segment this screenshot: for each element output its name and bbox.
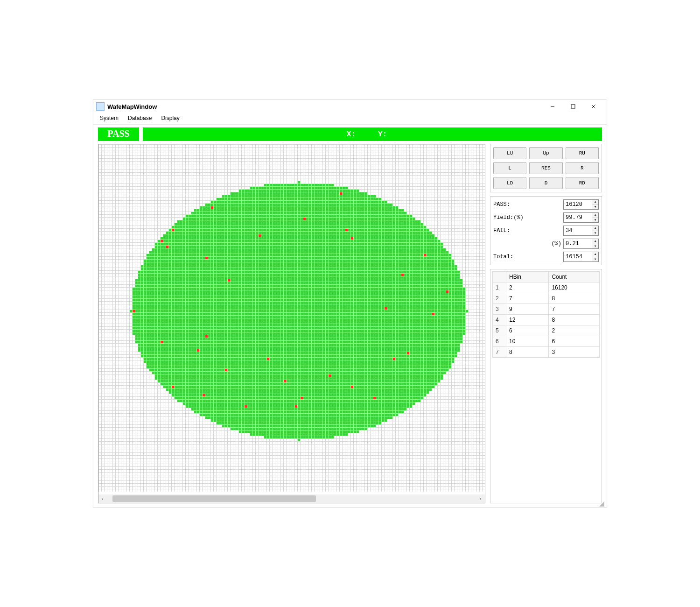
bin-row-idx: 6	[493, 336, 506, 347]
horizontal-scrollbar[interactable]: ‹ ›	[98, 494, 485, 503]
bin-row-hbin: 2	[506, 282, 549, 293]
nav-grid: LU Up RU L RES R LD D RD	[490, 144, 602, 192]
bin-row-count: 8	[549, 315, 600, 325]
total-spin-up-icon[interactable]: ▲	[592, 252, 598, 257]
fail-spinner[interactable]: ▲▼	[563, 226, 599, 236]
bin-row-count: 7	[549, 304, 600, 315]
failpct-spin-up-icon[interactable]: ▲	[592, 239, 598, 244]
bin-row-count: 2	[549, 325, 600, 336]
window-title: WafeMapWindow	[107, 103, 157, 110]
table-row[interactable]: 562	[493, 325, 600, 336]
bin-col-hbin[interactable]: HBin	[506, 272, 549, 282]
bin-row-idx: 2	[493, 293, 506, 304]
nav-d-button[interactable]: D	[529, 177, 562, 189]
scroll-thumb[interactable]	[112, 495, 316, 502]
nav-ru-button[interactable]: RU	[566, 147, 599, 159]
table-row[interactable]: 6106	[493, 336, 600, 347]
resize-grip-icon[interactable]: ◢	[599, 500, 606, 506]
failpct-value-input[interactable]	[564, 240, 592, 247]
maximize-button[interactable]	[563, 101, 583, 112]
bin-row-idx: 5	[493, 325, 506, 336]
close-button[interactable]	[583, 101, 604, 112]
table-row[interactable]: 397	[493, 304, 600, 315]
scroll-right-arrow-icon[interactable]: ›	[476, 494, 485, 503]
total-spinner[interactable]: ▲▼	[563, 252, 599, 262]
bin-row-count: 16120	[549, 282, 600, 293]
total-label: Total:	[493, 254, 561, 260]
titlebar: WafeMapWindow	[93, 100, 607, 113]
pass-spin-up-icon[interactable]: ▲	[592, 200, 598, 205]
wafer-map-panel: ‹ ›	[98, 144, 485, 503]
bin-row-count: 6	[549, 336, 600, 347]
fail-label: FAIL:	[493, 227, 561, 234]
bin-row-hbin: 9	[506, 304, 549, 315]
pass-value-input[interactable]	[564, 201, 592, 208]
bin-row-hbin: 8	[506, 347, 549, 358]
yield-spin-down-icon[interactable]: ▼	[592, 218, 598, 223]
side-panel: LU Up RU L RES R LD D RD PASS:	[490, 144, 602, 503]
failpct-label: (%)	[493, 240, 561, 247]
bin-row-idx: 4	[493, 315, 506, 325]
stats-grid: PASS: ▲▼ Yield:(%) ▲▼ FAIL:	[490, 196, 602, 265]
nav-r-button[interactable]: R	[566, 162, 599, 174]
svg-rect-1	[571, 105, 575, 108]
bin-row-idx: 3	[493, 304, 506, 315]
wafer-map-viewport[interactable]	[98, 144, 485, 494]
failpct-spinner[interactable]: ▲▼	[563, 239, 599, 249]
table-row[interactable]: 1216120	[493, 282, 600, 293]
wafer-map-canvas[interactable]	[98, 144, 485, 492]
pass-label: PASS:	[493, 201, 561, 208]
fail-spin-up-icon[interactable]: ▲	[592, 226, 598, 231]
scroll-track[interactable]	[107, 494, 476, 503]
app-icon	[96, 102, 105, 111]
failpct-spin-down-icon[interactable]: ▼	[592, 244, 598, 249]
status-badge: PASS	[98, 127, 139, 141]
status-row: PASS X: Y:	[93, 125, 607, 143]
yield-spinner[interactable]: ▲▼	[563, 212, 599, 223]
coord-bar: X: Y:	[143, 127, 602, 141]
yield-spin-up-icon[interactable]: ▲	[592, 213, 598, 218]
minimize-button[interactable]	[542, 101, 563, 112]
table-row[interactable]: 278	[493, 293, 600, 304]
scroll-left-arrow-icon[interactable]: ‹	[98, 494, 107, 503]
table-row[interactable]: 4128	[493, 315, 600, 325]
nav-rd-button[interactable]: RD	[566, 177, 599, 189]
bin-panel: HBin Count 121612027839741285626106783	[490, 269, 602, 503]
pass-spinner[interactable]: ▲▼	[563, 199, 599, 210]
bin-row-hbin: 6	[506, 325, 549, 336]
total-value-input[interactable]	[564, 254, 592, 260]
total-spin-down-icon[interactable]: ▼	[592, 257, 598, 262]
menu-display[interactable]: Display	[156, 114, 184, 122]
fail-spin-down-icon[interactable]: ▼	[592, 231, 598, 236]
bin-col-count[interactable]: Count	[549, 272, 600, 282]
bin-row-count: 8	[549, 293, 600, 304]
menu-database[interactable]: Database	[123, 114, 156, 122]
coord-y-label: Y:	[378, 130, 387, 139]
bin-row-hbin: 10	[506, 336, 549, 347]
nav-up-button[interactable]: Up	[529, 147, 562, 159]
yield-label: Yield:(%)	[493, 214, 561, 221]
bin-row-idx: 1	[493, 282, 506, 293]
bin-row-hbin: 7	[506, 293, 549, 304]
bin-row-idx: 7	[493, 347, 506, 358]
nav-lu-button[interactable]: LU	[493, 147, 526, 159]
content-row: ‹ › LU Up RU L RES R	[93, 143, 607, 507]
bin-col-idx	[493, 272, 506, 282]
bin-row-hbin: 12	[506, 315, 549, 325]
table-row[interactable]: 783	[493, 347, 600, 358]
pass-spin-down-icon[interactable]: ▼	[592, 205, 598, 210]
menu-system[interactable]: System	[95, 114, 123, 122]
nav-ld-button[interactable]: LD	[493, 177, 526, 189]
coord-x-label: X:	[347, 130, 356, 139]
app-window: WafeMapWindow System Database Display PA…	[93, 99, 607, 508]
bin-row-count: 3	[549, 347, 600, 358]
fail-value-input[interactable]	[564, 227, 592, 234]
nav-l-button[interactable]: L	[493, 162, 526, 174]
menubar: System Database Display	[93, 113, 607, 125]
yield-value-input[interactable]	[564, 214, 592, 221]
bin-table[interactable]: HBin Count 121612027839741285626106783	[492, 271, 600, 358]
nav-res-button[interactable]: RES	[529, 162, 562, 174]
